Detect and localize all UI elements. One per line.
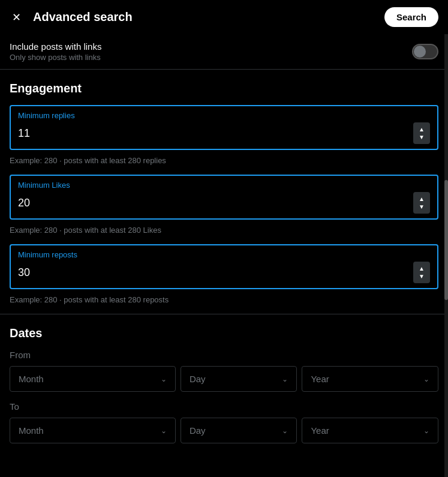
close-button[interactable]: ✕: [10, 10, 23, 25]
include-links-section: Include posts with links Only show posts…: [0, 34, 448, 69]
minimum-reposts-spinner[interactable]: ▲ ▼: [413, 262, 430, 283]
minimum-likes-value: 20: [18, 197, 30, 209]
minimum-likes-group: Minimum Likes 20 ▲ ▼: [10, 175, 438, 220]
search-button[interactable]: Search: [384, 7, 438, 27]
minimum-replies-group: Minimum replies 11 ▲ ▼: [10, 105, 438, 150]
spinner-up-icon-likes: ▲: [419, 196, 425, 202]
from-date-row: Month ⌄ Day ⌄ Year ⌄: [10, 366, 438, 392]
to-day-placeholder: Day: [190, 425, 206, 436]
from-year-select[interactable]: Year ⌄: [302, 366, 438, 392]
to-month-chevron-icon: ⌄: [161, 427, 167, 435]
dates-header: Dates: [10, 314, 438, 350]
include-links-label: Include posts with links: [10, 41, 101, 52]
to-year-chevron-icon: ⌄: [423, 427, 429, 435]
minimum-replies-row: 11 ▲ ▼: [18, 122, 430, 144]
toggle-track: [412, 44, 438, 59]
to-date-row: Month ⌄ Day ⌄ Year ⌄: [10, 418, 438, 443]
include-links-sublabel: Only show posts with links: [10, 53, 101, 62]
minimum-reposts-example: Example: 280 · posts with at least 280 r…: [10, 292, 438, 304]
to-year-placeholder: Year: [311, 425, 329, 436]
spinner-down-icon: ▼: [419, 134, 425, 140]
minimum-replies-spinner[interactable]: ▲ ▼: [413, 122, 430, 144]
to-day-chevron-icon: ⌄: [282, 427, 288, 435]
from-day-chevron-icon: ⌄: [282, 375, 288, 383]
from-day-select[interactable]: Day ⌄: [181, 366, 297, 392]
to-month-placeholder: Month: [19, 425, 44, 436]
spinner-down-icon-reposts: ▼: [419, 273, 425, 280]
toggle-thumb: [414, 46, 426, 58]
to-label: To: [10, 401, 438, 412]
minimum-replies-label: Minimum replies: [18, 111, 430, 120]
scrollbar-track: [444, 0, 448, 477]
top-bar: ✕ Advanced search Search: [0, 0, 448, 34]
page-container: ✕ Advanced search Search Include posts w…: [0, 0, 448, 477]
from-month-chevron-icon: ⌄: [161, 375, 167, 383]
toggle-include-links[interactable]: [412, 44, 438, 59]
from-label: From: [10, 350, 438, 360]
dates-section: Dates From Month ⌄ Day ⌄ Year ⌄ To Month…: [0, 314, 448, 443]
engagement-header: Engagement: [10, 70, 438, 105]
minimum-likes-spinner[interactable]: ▲ ▼: [413, 192, 430, 214]
from-year-chevron-icon: ⌄: [423, 375, 429, 383]
minimum-reposts-group: Minimum reposts 30 ▲ ▼: [10, 244, 438, 289]
top-bar-left: ✕ Advanced search: [10, 10, 133, 25]
spinner-up-icon-reposts: ▲: [419, 265, 425, 272]
engagement-section: Engagement Minimum replies 11 ▲ ▼ Exampl…: [0, 70, 448, 304]
include-links-text: Include posts with links Only show posts…: [10, 41, 101, 62]
minimum-reposts-row: 30 ▲ ▼: [18, 262, 430, 283]
minimum-likes-row: 20 ▲ ▼: [18, 192, 430, 214]
from-month-placeholder: Month: [19, 374, 44, 384]
from-day-placeholder: Day: [190, 374, 206, 384]
minimum-replies-value: 11: [18, 127, 30, 140]
minimum-replies-example: Example: 280 · posts with at least 280 r…: [10, 152, 438, 165]
spinner-up-icon: ▲: [419, 126, 425, 133]
to-day-select[interactable]: Day ⌄: [181, 418, 297, 443]
scrollbar-thumb[interactable]: [444, 180, 448, 300]
minimum-likes-example: Example: 280 · posts with at least 280 L…: [10, 222, 438, 235]
to-year-select[interactable]: Year ⌄: [302, 418, 438, 443]
page-title: Advanced search: [33, 10, 133, 24]
minimum-likes-label: Minimum Likes: [18, 181, 430, 190]
from-year-placeholder: Year: [311, 374, 329, 384]
spinner-down-icon-likes: ▼: [419, 203, 425, 210]
from-month-select[interactable]: Month ⌄: [10, 366, 176, 392]
to-month-select[interactable]: Month ⌄: [10, 418, 176, 443]
minimum-reposts-label: Minimum reposts: [18, 250, 430, 259]
minimum-reposts-value: 30: [18, 266, 30, 279]
